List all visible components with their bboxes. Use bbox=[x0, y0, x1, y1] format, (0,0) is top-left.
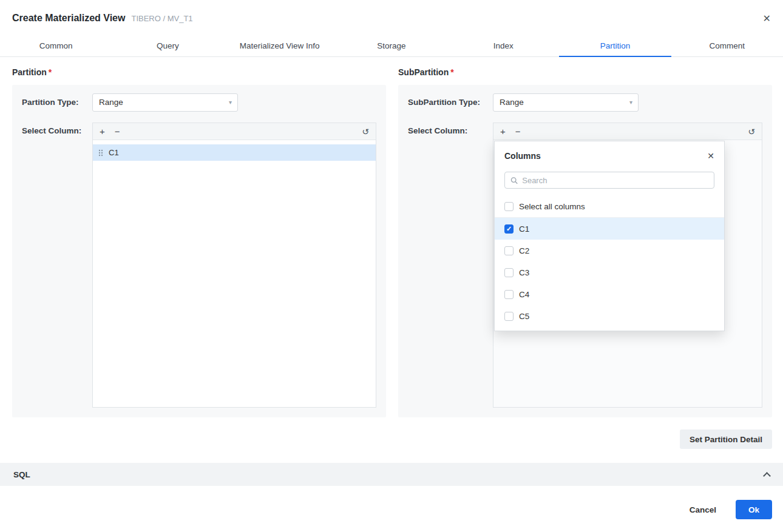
search-icon bbox=[510, 177, 518, 184]
chevron-down-icon: ▾ bbox=[629, 94, 632, 111]
subpartition-section-title: SubPartition* bbox=[398, 67, 454, 77]
popup-column-row-c1[interactable]: C1 bbox=[495, 218, 724, 240]
popup-column-row-c5[interactable]: C5 bbox=[495, 305, 724, 327]
tab-label: Partition bbox=[600, 41, 631, 50]
chevron-up-icon[interactable] bbox=[763, 472, 771, 480]
reset-icon[interactable]: ↺ bbox=[362, 124, 369, 140]
search-input[interactable] bbox=[522, 176, 708, 185]
column-name: C4 bbox=[519, 290, 529, 299]
partition-section-label: Partition bbox=[12, 67, 47, 77]
tab-comment[interactable]: Comment bbox=[671, 36, 783, 56]
subpartition-select-column-label: Select Column: bbox=[408, 123, 467, 140]
close-icon[interactable]: ✕ bbox=[763, 13, 771, 25]
column-name: C2 bbox=[519, 246, 529, 255]
select-all-label: Select all columns bbox=[519, 202, 585, 211]
tab-query[interactable]: Query bbox=[112, 36, 223, 56]
select-all-row[interactable]: Select all columns bbox=[495, 195, 724, 218]
chevron-down-icon: ▾ bbox=[229, 94, 232, 111]
tab-materialized-view-info[interactable]: Materialized View Info bbox=[224, 36, 336, 56]
tab-label: Common bbox=[39, 41, 73, 50]
column-name: C1 bbox=[519, 224, 529, 234]
cancel-button[interactable]: Cancel bbox=[690, 505, 716, 514]
column-name: C1 bbox=[109, 148, 119, 157]
subpartition-type-select[interactable]: Range ▾ bbox=[493, 93, 639, 112]
sql-section-header[interactable]: SQL bbox=[0, 463, 783, 486]
ok-button[interactable]: Ok bbox=[736, 500, 772, 519]
close-icon[interactable]: ✕ bbox=[707, 151, 714, 161]
column-name: C3 bbox=[519, 268, 529, 277]
tab-label: Materialized View Info bbox=[240, 41, 320, 50]
columns-popup-title: Columns bbox=[504, 151, 541, 161]
select-all-checkbox[interactable] bbox=[504, 202, 514, 211]
partition-column-list: C1 bbox=[93, 140, 376, 407]
tab-common[interactable]: Common bbox=[0, 36, 112, 56]
partition-type-label: Partition Type: bbox=[22, 93, 79, 112]
tab-label: Comment bbox=[710, 41, 745, 50]
remove-column-button[interactable]: − bbox=[515, 124, 521, 140]
partition-column-listbox: + − ↺ C1 bbox=[92, 123, 376, 408]
columns-popup-list: C1 C2 C3 C4 C5 bbox=[495, 218, 724, 327]
drag-handle-icon bbox=[98, 149, 103, 157]
tab-index[interactable]: Index bbox=[447, 36, 559, 56]
tab-bar: Common Query Materialized View Info Stor… bbox=[0, 36, 783, 57]
columns-popup: Columns ✕ Select all columns C1 C2 C bbox=[494, 141, 725, 331]
popup-column-row-c2[interactable]: C2 bbox=[495, 240, 724, 261]
popup-column-row-c3[interactable]: C3 bbox=[495, 261, 724, 283]
column-checkbox[interactable] bbox=[504, 312, 514, 321]
add-column-button[interactable]: + bbox=[100, 124, 105, 140]
subpartition-type-label: SubPartition Type: bbox=[408, 93, 480, 112]
dialog-title: Create Materialized View bbox=[12, 13, 125, 24]
partition-panel: Partition Type: Range ▾ Select Column: +… bbox=[12, 85, 386, 417]
tab-label: Index bbox=[493, 41, 514, 50]
dialog-title-wrap: Create Materialized View TIBERO / MV_T1 bbox=[12, 13, 193, 24]
partition-list-toolbar: + − ↺ bbox=[93, 123, 376, 140]
partition-type-select[interactable]: Range ▾ bbox=[92, 93, 238, 112]
tab-partition[interactable]: Partition bbox=[559, 36, 671, 56]
sql-label: SQL bbox=[13, 470, 30, 479]
tab-storage[interactable]: Storage bbox=[336, 36, 447, 56]
popup-column-row-c4[interactable]: C4 bbox=[495, 283, 724, 305]
column-checkbox[interactable] bbox=[504, 224, 514, 234]
add-column-button[interactable]: + bbox=[500, 124, 506, 140]
tab-label: Storage bbox=[377, 41, 405, 50]
remove-column-button[interactable]: − bbox=[115, 124, 120, 140]
column-row-c1[interactable]: C1 bbox=[93, 144, 376, 161]
dialog-subtitle: TIBERO / MV_T1 bbox=[131, 14, 192, 23]
reset-icon[interactable]: ↺ bbox=[748, 124, 755, 140]
subpartition-list-toolbar: + − ↺ bbox=[493, 123, 762, 140]
column-name: C5 bbox=[519, 312, 529, 321]
subpartition-type-value: Range bbox=[500, 98, 524, 107]
required-marker: * bbox=[49, 67, 52, 77]
column-checkbox[interactable] bbox=[504, 246, 514, 255]
tab-label: Query bbox=[157, 41, 179, 50]
dialog-header: Create Materialized View TIBERO / MV_T1 … bbox=[0, 0, 783, 36]
dialog-footer: Cancel Ok bbox=[690, 500, 772, 519]
column-checkbox[interactable] bbox=[504, 290, 514, 299]
search-box bbox=[504, 172, 714, 189]
partition-type-value: Range bbox=[99, 98, 123, 107]
set-partition-detail-button[interactable]: Set Partition Detail bbox=[680, 429, 772, 449]
columns-popup-header: Columns ✕ bbox=[495, 141, 724, 170]
column-checkbox[interactable] bbox=[504, 268, 514, 277]
subpartition-section-label: SubPartition bbox=[398, 67, 449, 77]
partition-select-column-label: Select Column: bbox=[22, 123, 81, 140]
required-marker: * bbox=[450, 67, 453, 77]
partition-section-title: Partition* bbox=[12, 67, 52, 77]
